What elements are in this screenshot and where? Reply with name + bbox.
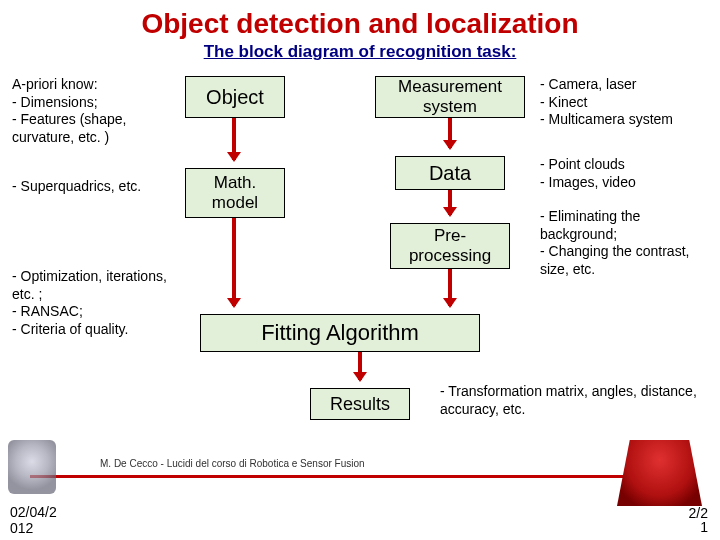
- arrow-meas-to-data: [448, 118, 452, 148]
- arrow-data-to-pre: [448, 190, 452, 215]
- university-logo: [8, 440, 56, 494]
- diagram-canvas: A-priori know: - Dimensions; - Features …: [0, 68, 720, 468]
- box-object: Object: [185, 76, 285, 118]
- arrow-object-to-math: [232, 118, 236, 160]
- box-measurement-system: Measurement system: [375, 76, 525, 118]
- box-math-model: Math. model: [185, 168, 285, 218]
- arrow-pre-to-fitting: [448, 269, 452, 306]
- date-line1: 02/04/2: [10, 504, 57, 520]
- footer-attribution: M. De Cecco - Lucidi del corso di Roboti…: [100, 458, 365, 469]
- arrow-fitting-to-results: [358, 352, 362, 380]
- arrow-math-to-fitting: [232, 218, 236, 306]
- box-data: Data: [395, 156, 505, 190]
- footer-date: 02/04/2 012: [10, 504, 57, 536]
- note-data: - Point clouds - Images, video: [540, 156, 710, 191]
- page-title: Object detection and localization: [0, 8, 720, 40]
- box-fitting-algorithm: Fitting Algorithm: [200, 314, 480, 352]
- note-measurement: - Camera, laser - Kinect - Multicamera s…: [540, 76, 710, 129]
- page-line2: 1: [700, 519, 708, 535]
- page-subtitle: The block diagram of recognition task:: [0, 42, 720, 62]
- box-results: Results: [310, 388, 410, 420]
- box-preprocessing: Pre- processing: [390, 223, 510, 269]
- page-number: 2/2 1: [689, 506, 708, 534]
- note-results: - Transformation matrix, angles, distanc…: [440, 383, 710, 418]
- note-preprocessing: - Eliminating the background; - Changing…: [540, 208, 715, 278]
- footer-divider: [30, 475, 690, 478]
- note-apriori: A-priori know: - Dimensions; - Features …: [12, 76, 172, 146]
- sensor-image: [617, 440, 702, 506]
- note-superquadrics: - Superquadrics, etc.: [12, 178, 162, 196]
- note-optimization: - Optimization, iterations, etc. ; - RAN…: [12, 268, 172, 338]
- date-line2: 012: [10, 520, 33, 536]
